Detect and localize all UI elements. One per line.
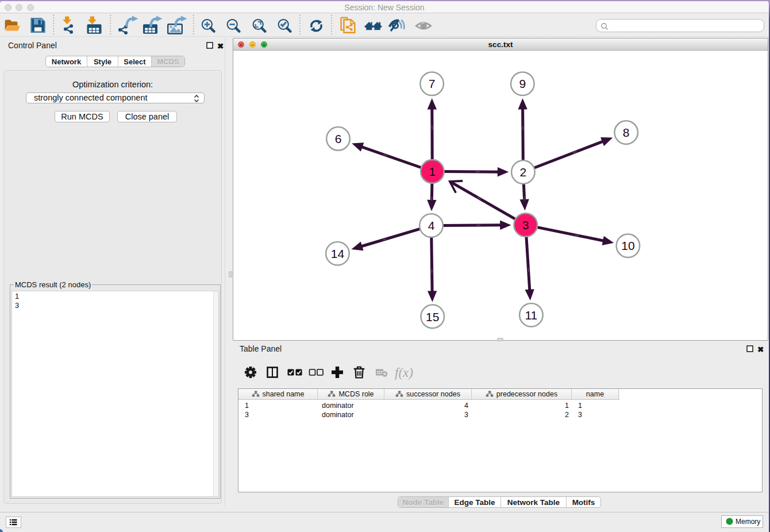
svg-text:2: 2 xyxy=(519,165,526,179)
svg-text:9: 9 xyxy=(519,77,526,90)
svg-text:15: 15 xyxy=(426,310,439,323)
svg-text:3: 3 xyxy=(522,218,529,232)
svg-text:1: 1 xyxy=(429,165,436,178)
svg-text:10: 10 xyxy=(621,239,634,252)
svg-text:8: 8 xyxy=(622,126,629,139)
svg-text:14: 14 xyxy=(330,246,344,260)
svg-text:f(x): f(x) xyxy=(395,365,413,380)
svg-text:11: 11 xyxy=(525,308,537,321)
svg-text:✖: ✖ xyxy=(217,42,224,49)
svg-text:4: 4 xyxy=(428,219,434,232)
svg-text:7: 7 xyxy=(428,77,435,90)
svg-text:6: 6 xyxy=(334,132,341,145)
svg-text:✖: ✖ xyxy=(757,345,764,353)
